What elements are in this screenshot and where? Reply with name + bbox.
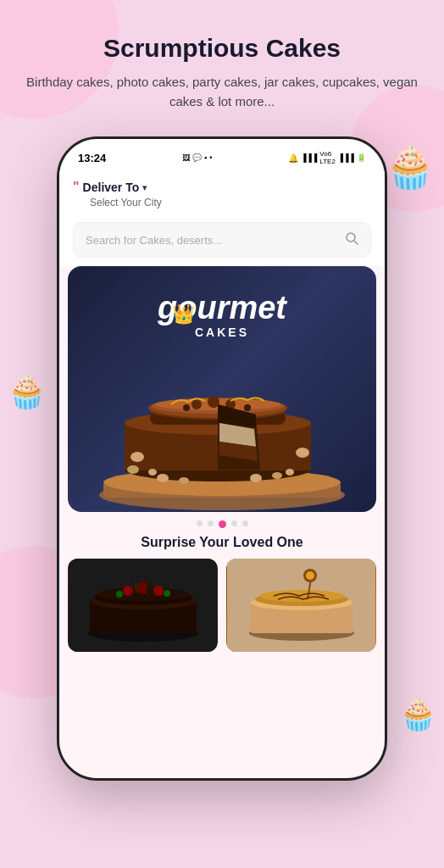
- page-header: Scrumptious Cakes Birthday cakes, photo …: [0, 0, 444, 120]
- delivery-header[interactable]: " Deliver To ▾ Select Your City: [59, 171, 385, 215]
- banner-dots: [59, 512, 385, 533]
- status-right-icons: 🔔 ▐▐▐ Vo6LTE2 ▐▐▐ 🔋: [288, 150, 366, 165]
- svg-point-26: [127, 465, 139, 474]
- alarm-icon: 🔔: [288, 153, 298, 163]
- dot-3-active[interactable]: [219, 520, 226, 528]
- svg-point-13: [191, 399, 202, 409]
- svg-line-1: [354, 241, 358, 244]
- dot-4[interactable]: [231, 520, 237, 526]
- message-icon: 💬: [192, 153, 202, 162]
- chevron-down-icon[interactable]: ▾: [142, 182, 147, 193]
- caramel-cake-img: [226, 559, 376, 652]
- cake-svg: [86, 347, 358, 512]
- camera-icon: 🖼: [182, 153, 190, 162]
- app-content: " Deliver To ▾ Select Your City Search f…: [59, 171, 385, 778]
- svg-point-18: [157, 474, 169, 482]
- select-city-label[interactable]: Select Your City: [73, 197, 371, 209]
- surprise-section-title: Surprise Your Loved One: [59, 533, 385, 559]
- search-placeholder: Search for Cakes, deserts...: [86, 234, 345, 247]
- signal-icon: ▐▐▐: [301, 153, 317, 162]
- app-icon: ▪: [204, 153, 207, 162]
- svg-point-45: [259, 590, 344, 602]
- deliver-to-row: " Deliver To ▾: [73, 180, 371, 195]
- svg-point-22: [148, 469, 157, 476]
- deco-cupcake-mid-left: 🧁: [7, 373, 47, 410]
- svg-point-25: [296, 448, 309, 458]
- battery-icon: 🔋: [357, 153, 366, 162]
- search-bar[interactable]: Search for Cakes, deserts...: [73, 222, 371, 258]
- chocolate-cake-img: [68, 559, 218, 652]
- deco-cupcake-bottom-right: 🧁: [399, 697, 437, 732]
- dot-status: •: [209, 153, 212, 162]
- svg-point-48: [306, 571, 314, 580]
- promo-banner: 👑 gourmet CAKES: [68, 266, 376, 512]
- svg-point-20: [250, 474, 262, 482]
- banner-subtitle: CAKES: [195, 326, 249, 339]
- svg-point-24: [130, 452, 144, 462]
- dot-2[interactable]: [208, 520, 214, 526]
- signal-icon-2: ▐▐▐: [338, 153, 354, 162]
- crown-icon: 👑: [172, 303, 195, 326]
- quote-icon: ": [73, 180, 80, 195]
- network-label: Vo6LTE2: [319, 150, 336, 165]
- svg-point-17: [244, 404, 251, 411]
- phone-frame: 13:24 🖼 💬 ▪ • 🔔 ▐▐▐ Vo6LTE2 ▐▐▐ 🔋 ": [57, 136, 387, 781]
- svg-point-35: [153, 586, 164, 596]
- svg-point-23: [286, 469, 294, 476]
- svg-point-19: [179, 477, 189, 484]
- banner-background: 👑 gourmet CAKES: [68, 266, 376, 512]
- cake-product-grid: [59, 559, 385, 652]
- cake-card-chocolate[interactable]: [68, 559, 218, 652]
- svg-point-36: [116, 591, 123, 598]
- search-icon[interactable]: [345, 231, 358, 248]
- cake-card-caramel[interactable]: [226, 559, 376, 652]
- svg-point-37: [164, 590, 170, 597]
- status-bar: 13:24 🖼 💬 ▪ • 🔔 ▐▐▐ Vo6LTE2 ▐▐▐ 🔋: [59, 139, 385, 171]
- svg-point-21: [272, 472, 282, 479]
- svg-point-14: [208, 396, 219, 408]
- page-title: Scrumptious Cakes: [25, 34, 419, 63]
- svg-point-16: [183, 404, 190, 411]
- dot-5[interactable]: [242, 520, 248, 526]
- search-container: Search for Cakes, deserts...: [59, 215, 385, 266]
- status-center-icons: 🖼 💬 ▪ •: [182, 153, 212, 162]
- deliver-to-label: Deliver To: [83, 181, 140, 194]
- dot-1[interactable]: [197, 520, 203, 526]
- phone-mockup: 13:24 🖼 💬 ▪ • 🔔 ▐▐▐ Vo6LTE2 ▐▐▐ 🔋 ": [57, 136, 387, 781]
- status-time: 13:24: [78, 152, 106, 164]
- svg-point-33: [123, 586, 133, 596]
- deco-cupcake-top-right: 🧁: [385, 144, 436, 192]
- page-subtitle: Birthday cakes, photo cakes, party cakes…: [25, 73, 419, 111]
